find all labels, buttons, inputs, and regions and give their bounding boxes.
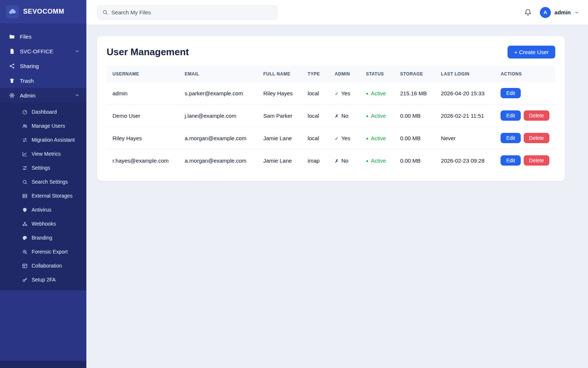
sidebar-item-view-metrics[interactable]: View Metrics	[0, 147, 86, 161]
sidebar-item-trash[interactable]: Trash	[0, 73, 86, 88]
sidebar-item-label: Dashboard	[32, 109, 57, 115]
webhook-icon	[22, 221, 28, 227]
delete-button[interactable]: Delete	[524, 133, 549, 143]
collab-icon	[22, 263, 28, 269]
cell-status: ●Active	[360, 127, 394, 149]
gear-icon	[9, 92, 15, 99]
document-icon	[9, 48, 15, 54]
sidebar-item-label: Forensic Export	[32, 249, 68, 255]
cell-type: local	[302, 82, 329, 105]
folder-icon	[9, 33, 15, 40]
sidebar-item-branding[interactable]: Branding	[0, 231, 86, 245]
table-row: admins.parker@example.comRiley Hayesloca…	[107, 82, 555, 105]
cell-full-name: Riley Hayes	[258, 82, 302, 105]
sidebar-item-external-storages[interactable]: External Storages	[0, 189, 86, 203]
search-icon	[102, 9, 108, 15]
sidebar-item-label: View Metrics	[32, 151, 61, 157]
cell-actions: EditDelete	[495, 105, 555, 127]
users-icon	[22, 123, 28, 129]
sidebar-item-manage-users[interactable]: Manage Users	[0, 119, 86, 133]
avatar: A	[540, 7, 551, 18]
cell-storage: 0.00 MB	[394, 105, 435, 127]
forensic-icon	[22, 249, 28, 255]
edit-button[interactable]: Edit	[501, 155, 520, 166]
cell-last-login: 2026-04-20 15:33	[435, 82, 495, 105]
sidebar-item-dashboard[interactable]: Dashboard	[0, 105, 86, 119]
table-header-row: USERNAMEEMAILFULL NAMETYPEADMINSTATUSSTO…	[107, 66, 555, 82]
sidebar-item-label: Antivirus	[32, 207, 51, 213]
sliders-icon	[22, 165, 28, 171]
users-table: USERNAMEEMAILFULL NAMETYPEADMINSTATUSSTO…	[107, 66, 555, 171]
delete-button[interactable]: Delete	[524, 110, 549, 121]
bell-icon[interactable]	[524, 8, 532, 16]
column-header-admin: ADMIN	[329, 66, 360, 82]
chevron-up-icon	[75, 93, 80, 98]
sidebar-item-label: Trash	[20, 78, 80, 84]
cell-storage: 215.16 MB	[394, 82, 435, 105]
page-title: User Management	[107, 46, 189, 58]
sidebar-item-antivirus[interactable]: Antivirus	[0, 203, 86, 217]
cell-last-login: Never	[435, 127, 495, 149]
edit-button[interactable]: Edit	[501, 133, 520, 143]
delete-button[interactable]: Delete	[524, 155, 549, 166]
sidebar-item-setup-2fa[interactable]: Setup 2FA	[0, 273, 86, 287]
cell-email: j.lane@example.com	[179, 105, 258, 127]
app-window: SEVOCOMM FilesSVC-OFFICESharingTrashAdmi…	[0, 0, 588, 368]
cell-admin: ✓ Yes	[329, 127, 360, 149]
sidebar-item-files[interactable]: Files	[0, 29, 86, 44]
create-user-button[interactable]: + Create User	[508, 46, 555, 59]
sidebar-item-label: Sharing	[20, 63, 80, 69]
cell-last-login: 2026-02-23 09:28	[435, 149, 495, 172]
status-label: Active	[371, 135, 386, 141]
cell-actions: EditDelete	[495, 127, 555, 149]
content-column: A admin User Management + Create User US…	[86, 0, 588, 368]
x-icon: ✗	[335, 158, 339, 164]
column-header-email: EMAIL	[179, 66, 258, 82]
column-header-full-name: FULL NAME	[258, 66, 302, 82]
key-icon	[22, 277, 28, 283]
sidebar-item-label: Settings	[32, 165, 50, 171]
chevron-down-icon	[75, 49, 80, 54]
sidebar-item-label: SVC-OFFICE	[20, 48, 70, 54]
trash-icon	[9, 78, 15, 84]
cell-last-login: 2026-02-21 11:51	[435, 105, 495, 127]
cell-actions: EditDelete	[495, 149, 555, 172]
sidebar-item-collaboration[interactable]: Collaboration	[0, 259, 86, 273]
cell-full-name: Sam Parker	[258, 105, 302, 127]
cell-email: a.morgan@example.com	[179, 149, 258, 172]
sidebar-item-forensic-export[interactable]: Forensic Export	[0, 245, 86, 259]
sidebar-item-settings[interactable]: Settings	[0, 161, 86, 175]
shield-icon	[22, 207, 28, 213]
table-row: Demo Userj.lane@example.comSam Parkerloc…	[107, 105, 555, 127]
status-label: Active	[371, 158, 386, 164]
share-icon	[9, 63, 15, 69]
cell-username: Riley Hayes	[107, 127, 179, 149]
sidebar-item-webhooks[interactable]: Webhooks	[0, 217, 86, 231]
card-header: User Management + Create User	[107, 46, 555, 59]
status-dot-icon: ●	[366, 114, 369, 118]
search-input[interactable]	[111, 9, 273, 15]
cell-status: ●Active	[360, 149, 394, 172]
sidebar-item-svc-office[interactable]: SVC-OFFICE	[0, 44, 86, 59]
sidebar-item-label: Admin	[20, 92, 70, 99]
topbar: A admin	[86, 0, 588, 25]
sidebar-item-search-settings[interactable]: Search Settings	[0, 175, 86, 189]
cell-storage: 0.00 MB	[394, 127, 435, 149]
edit-button[interactable]: Edit	[501, 88, 520, 98]
search-icon	[22, 179, 28, 185]
check-icon: ✓	[335, 91, 339, 96]
storage-icon	[22, 193, 28, 199]
sidebar-item-sharing[interactable]: Sharing	[0, 59, 86, 73]
sidebar-footer	[0, 361, 86, 368]
sidebar-item-admin[interactable]: Admin	[0, 88, 86, 103]
sidebar-item-label: Manage Users	[32, 123, 65, 129]
user-management-card: User Management + Create User USERNAMEEM…	[97, 36, 565, 181]
cell-email: s.parker@example.com	[179, 82, 258, 105]
cell-username: r.hayes@example.com	[107, 149, 179, 172]
sidebar-item-migration-assistant[interactable]: Migration Assistant	[0, 133, 86, 147]
migration-icon	[22, 137, 28, 143]
sidebar-item-label: Search Settings	[32, 179, 68, 185]
edit-button[interactable]: Edit	[501, 110, 520, 121]
user-menu[interactable]: A admin	[540, 7, 579, 18]
sidebar-item-label: Files	[20, 33, 80, 40]
